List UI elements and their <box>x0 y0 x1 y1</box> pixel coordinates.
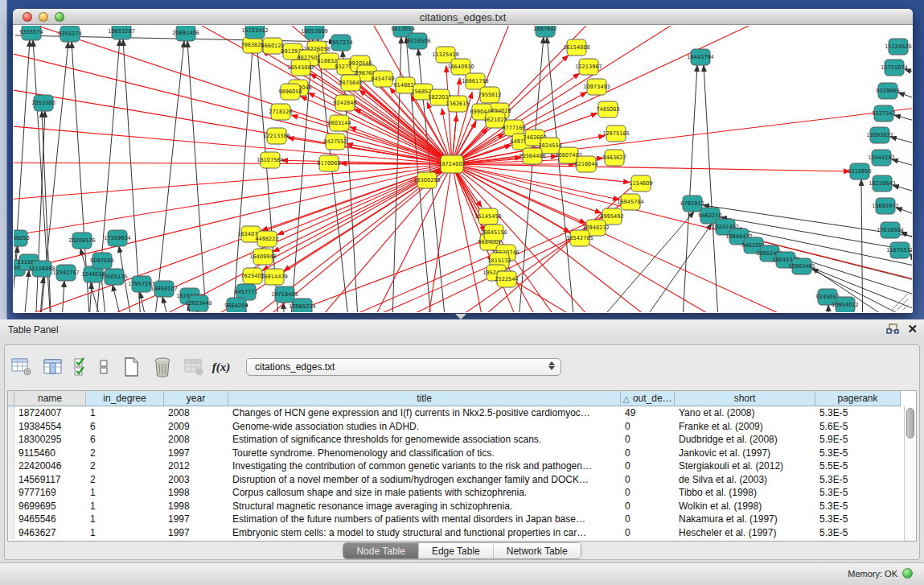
column-header-short[interactable]: short <box>675 391 815 406</box>
tab-edge-table[interactable]: Edge Table <box>419 543 494 558</box>
column-header-in_degree[interactable]: in_degree <box>86 391 164 406</box>
network-node[interactable]: 10653287 <box>108 26 135 39</box>
table-row[interactable]: 1830029562008Estimation of significance … <box>8 433 916 447</box>
network-node[interactable]: 16542785 <box>566 230 593 246</box>
network-node[interactable]: 7955812 <box>478 87 501 103</box>
table-settings-icon[interactable] <box>10 354 34 380</box>
network-node[interactable]: 18300295 <box>413 172 441 188</box>
network-node[interactable]: 17016504 <box>877 222 904 238</box>
network-node[interactable]: 12093822 <box>866 127 893 143</box>
network-node[interactable]: 10963465 <box>788 258 815 274</box>
network-node[interactable]: 18724007 <box>438 155 466 173</box>
network-node[interactable]: 13505135 <box>101 269 128 285</box>
table-select-dropdown[interactable]: citations_edges.txt <box>246 358 561 376</box>
canvas-resize-grip[interactable] <box>892 294 908 310</box>
column-header-pagerank[interactable]: pagerank <box>815 391 901 406</box>
table-row[interactable]: 946554611997Estimation of the future num… <box>8 513 916 526</box>
network-node[interactable]: 9335574 <box>19 26 43 40</box>
column-header-title[interactable]: title <box>228 391 621 406</box>
scrollbar-thumb[interactable] <box>906 408 914 439</box>
network-node[interactable]: 8215958 <box>848 163 871 179</box>
network-node[interactable]: 16409948 <box>249 249 277 265</box>
network-node[interactable]: 20364486 <box>519 148 546 164</box>
network-node[interactable]: 12444182 <box>868 150 895 166</box>
network-node[interactable]: 16210643 <box>869 175 896 192</box>
network-node[interactable]: 2053300 <box>31 95 55 111</box>
network-node[interactable]: 20206576 <box>68 233 96 249</box>
table-row[interactable]: 1456911722003Disruption of a novel membe… <box>8 473 916 487</box>
network-node[interactable]: 7857224 <box>329 35 352 51</box>
delete-table-icon[interactable] <box>150 354 175 380</box>
network-node[interactable]: 9170065 <box>317 155 340 171</box>
panel-splitter-handle[interactable] <box>455 314 466 319</box>
network-node[interactable]: 15751074 <box>881 60 908 76</box>
network-node[interactable]: 11156868 <box>28 261 55 277</box>
network-node[interactable]: 16443794 <box>687 49 714 65</box>
tab-network-table[interactable]: Network Table <box>494 543 581 558</box>
network-window-titlebar[interactable]: citations_edges.txt <box>13 9 913 25</box>
network-node[interactable]: 20691406 <box>172 26 199 41</box>
network-node[interactable]: 10954012 <box>832 297 859 312</box>
network-node[interactable]: 9664204 <box>224 298 248 312</box>
network-node[interactable]: 15723412 <box>241 26 269 39</box>
table-row[interactable]: 977716911998Corpus callosum shape and si… <box>8 486 916 500</box>
network-node[interactable]: 9227342 <box>872 105 895 122</box>
network-node[interactable]: 9097588 <box>90 253 113 269</box>
network-node[interactable]: 12213967 <box>575 59 602 75</box>
network-node[interactable]: 4498222 <box>255 231 278 247</box>
network-node[interactable]: 16640910 <box>447 59 474 75</box>
network-node[interactable]: 9896058 <box>278 84 302 100</box>
tab-node-table[interactable]: Node Table <box>343 543 419 558</box>
table-row[interactable]: 1872400712008Changes of HCN gene express… <box>8 406 916 420</box>
close-panel-icon[interactable]: ✕ <box>907 323 918 336</box>
network-node[interactable]: 12923448 <box>185 295 212 311</box>
network-node[interactable]: 6216044 <box>574 156 598 172</box>
network-node[interactable]: 19218506 <box>404 33 431 49</box>
memory-ok-indicator[interactable] <box>902 568 913 579</box>
network-node[interactable]: 12975185 <box>602 126 630 142</box>
network-node[interactable]: 9242848 <box>333 95 356 111</box>
citation-network-graph[interactable]: 7963822 9660128 8912976 18226058 9827505… <box>14 26 912 312</box>
network-node[interactable]: 16845158 <box>480 225 507 241</box>
select-columns-icon[interactable] <box>72 354 88 380</box>
network-node[interactable]: 1362615 <box>446 96 469 112</box>
network-node[interactable]: 11675532 <box>886 242 912 258</box>
network-node[interactable]: 7485063 <box>596 101 619 117</box>
network-node[interactable]: 12342757 <box>52 265 80 281</box>
column-header-out_de[interactable]: △out_de… <box>621 391 675 406</box>
network-node[interactable]: 16053809 <box>301 26 328 39</box>
network-node[interactable]: 16154808 <box>563 39 590 56</box>
network-node[interactable]: 9875645 <box>339 75 362 91</box>
show-columns-icon[interactable] <box>41 354 65 380</box>
network-node[interactable]: 16914479 <box>261 269 288 285</box>
network-node[interactable]: 16958107 <box>150 281 178 297</box>
table-vertical-scrollbar[interactable] <box>904 406 916 541</box>
network-canvas[interactable]: 7963822 9660128 8912976 18226058 9827505… <box>14 26 912 312</box>
table-row[interactable]: 946362711997Embryonic stem cells: a mode… <box>8 526 916 540</box>
function-builder-icon[interactable]: f(x) <box>213 354 229 380</box>
network-node[interactable]: 10973493 <box>583 79 610 95</box>
column-header-year[interactable]: year <box>164 391 228 406</box>
network-node[interactable]: 2522544 <box>495 271 518 287</box>
new-table-icon[interactable] <box>119 354 143 380</box>
network-node[interactable]: 15692971 <box>872 198 899 214</box>
table-row[interactable]: 2242004622012Investigating the contribut… <box>8 459 916 473</box>
network-node[interactable]: 2718126 <box>269 104 292 120</box>
table-row[interactable]: 969969511998Structural magnetic resonanc… <box>8 500 916 513</box>
network-node[interactable]: 9355274 <box>58 26 81 42</box>
table-row[interactable]: 1938455462009Genome-wide association stu… <box>8 420 916 434</box>
column-header-name[interactable]: name <box>14 391 86 406</box>
network-node[interactable]: 9329986 <box>876 83 899 99</box>
network-node[interactable]: 1154609 <box>629 175 652 192</box>
table-row[interactable]: 911546021997Tourette syndrome. Phenomeno… <box>8 447 916 460</box>
network-node[interactable]: 2887682 <box>533 26 556 37</box>
network-node[interactable]: 10965234 <box>289 299 316 312</box>
network-node[interactable]: 9463627 <box>602 150 626 166</box>
float-panel-icon[interactable] <box>886 323 899 335</box>
network-node[interactable]: 8427552 <box>323 134 347 150</box>
network-node[interactable]: 11124528 <box>885 39 912 55</box>
network-node[interactable]: 2603144 <box>327 115 351 131</box>
network-node[interactable]: 15145458 <box>474 208 502 225</box>
network-node[interactable]: 16543882 <box>287 60 314 76</box>
network-node[interactable]: 8454749 <box>371 71 394 87</box>
